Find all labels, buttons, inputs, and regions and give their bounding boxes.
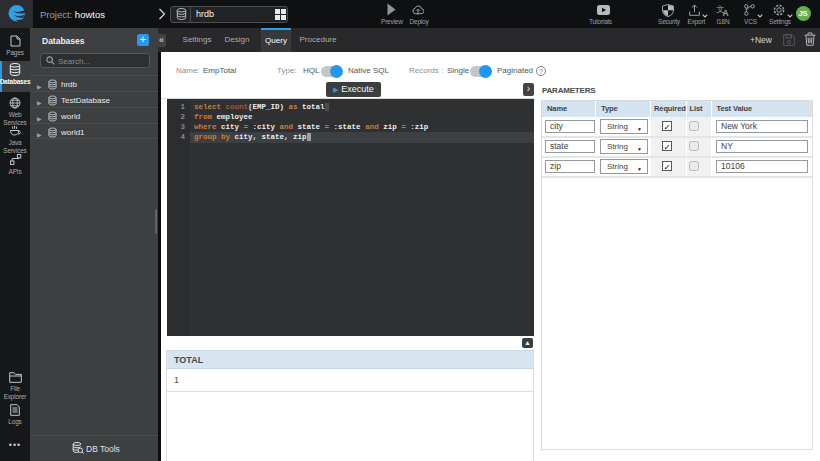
svg-text:A: A (723, 8, 729, 16)
